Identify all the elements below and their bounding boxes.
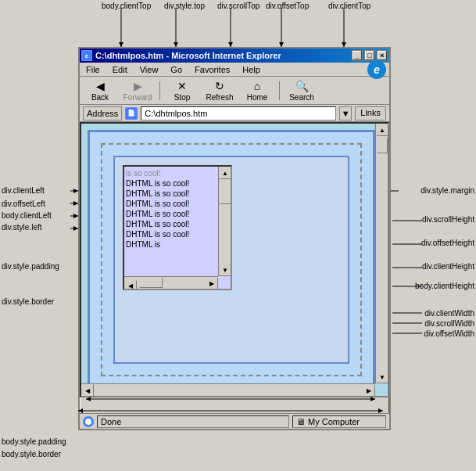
label-div-offset-height: div.offsetHeight (421, 239, 474, 247)
label-div-style-margin: div.style.margin (421, 186, 474, 195)
main-scrollbar-v[interactable]: ▲ ▼ (375, 124, 388, 383)
main-scroll-left[interactable]: ◀ (81, 384, 94, 397)
scroll-thumb-v[interactable] (219, 181, 231, 204)
menu-favorites[interactable]: Favorites (191, 64, 233, 75)
label-div-offset-top: div.offsetTop (266, 2, 309, 10)
menu-help[interactable]: Help (239, 64, 263, 75)
label-div-style-top: div.style.top (164, 2, 205, 10)
menu-bar: File Edit View Go Favorites Help e (80, 63, 389, 77)
label-div-style-border: div.style.border (2, 297, 54, 306)
label-body-client-height: body.clientHeight (415, 282, 474, 290)
status-computer: 🖥 My Computer (292, 415, 386, 428)
main-scroll-up[interactable]: ▲ (376, 124, 388, 136)
menu-view[interactable]: View (137, 64, 162, 75)
minimize-button[interactable]: _ (352, 50, 363, 61)
ie-window: e C:\dhtmlpos.htm - Microsoft Internet E… (78, 47, 391, 430)
label-div-client-top2: div.clientTop (328, 2, 370, 10)
scroll-right-arrow[interactable]: ▶ (206, 277, 218, 289)
title-bar-text: C:\dhtmlpos.htm - Microsoft Internet Exp… (95, 51, 281, 60)
maximize-button[interactable]: □ (364, 50, 375, 61)
links-button[interactable]: Links (355, 106, 386, 120)
label-div-client-height: div.clientHeight (422, 262, 474, 271)
label-div-style-left: div.style.left (2, 223, 42, 232)
main-scroll-right[interactable]: ▶ (363, 384, 375, 397)
label-div-scroll-top: div.scrollTop (217, 2, 259, 10)
forward-button[interactable]: ▶ Forward (120, 78, 155, 103)
stop-button[interactable]: ✕ Stop (165, 78, 199, 103)
address-label: Address (83, 106, 122, 120)
refresh-button[interactable]: ↻ Refresh (202, 78, 237, 103)
label-body-style-border: body.style.border (2, 450, 61, 458)
text-scrollbar-h[interactable]: ◀ ▶ (124, 276, 218, 289)
main-scroll-thumb[interactable] (377, 138, 388, 153)
scroll-text-content: is so cool! DHTML is so cool! DHTML is s… (124, 167, 218, 276)
refresh-icon: ↻ (212, 80, 227, 92)
address-input[interactable]: C:\dhtmlpos.htm (141, 106, 336, 120)
menu-edit[interactable]: Edit (109, 64, 131, 75)
browser-content: ▲ ▼ ◀ ▶ is s (80, 122, 389, 397)
label-div-client-width: div.clientWidth (424, 309, 474, 318)
scroll-thumb-h[interactable] (139, 277, 163, 288)
label-div-style-padding: div.style.padding (2, 262, 59, 271)
menu-file[interactable]: File (83, 64, 103, 75)
label-div-scroll-height: div.scrollHeight (422, 215, 474, 224)
label-div-offset-width: div.offsetWidth (424, 329, 474, 338)
address-dropdown[interactable]: ▼ (339, 106, 352, 120)
diagram-container: body.clientTop div.style.top div.scrollT… (0, 0, 476, 471)
title-bar-left: e C:\dhtmlpos.htm - Microsoft Internet E… (81, 50, 281, 61)
toolbar-separator-1 (159, 81, 160, 100)
title-bar: e C:\dhtmlpos.htm - Microsoft Internet E… (80, 49, 389, 63)
scroll-up-arrow[interactable]: ▲ (219, 167, 231, 179)
text-scrollbar-v[interactable]: ▲ ▼ (218, 167, 231, 276)
forward-icon: ▶ (130, 80, 145, 92)
main-scrollbar-h[interactable]: ◀ ▶ (81, 383, 375, 396)
status-bar: Done 🖥 My Computer (80, 413, 389, 429)
label-div-scroll-width: div.scrollWidth (424, 319, 474, 328)
home-icon: ⌂ (249, 80, 265, 92)
label-body-style-padding: body.style.padding (2, 437, 66, 446)
body-outer-box: ▲ ▼ ◀ ▶ is s (88, 130, 375, 390)
status-text: Done (97, 415, 289, 428)
ie-icon: e (81, 50, 92, 61)
search-icon: 🔍 (294, 80, 310, 92)
status-icon (83, 416, 94, 427)
search-button[interactable]: 🔍 Search (285, 78, 319, 103)
scroll-down-arrow[interactable]: ▼ (219, 264, 231, 276)
toolbar: ◀ Back ▶ Forward ✕ Stop ↻ Refresh ⌂ Home (80, 77, 389, 105)
toolbar-separator-2 (279, 81, 280, 100)
scroll-left-arrow[interactable]: ◀ (124, 280, 137, 291)
main-scroll-down[interactable]: ▼ (376, 371, 388, 383)
ie-logo: e (367, 60, 386, 79)
label-div-offset-left: div.offsetLeft (2, 200, 45, 208)
menu-go[interactable]: Go (167, 64, 185, 75)
title-bar-buttons[interactable]: _ □ × (352, 50, 388, 61)
text-scroll-box: ▲ ▼ ◀ ▶ is s (123, 165, 232, 290)
label-div-client-left: div.clientLeft (2, 186, 45, 195)
address-bar: Address 📄 C:\dhtmlpos.htm ▼ Links (80, 105, 389, 122)
home-button[interactable]: ⌂ Home (240, 78, 274, 103)
back-button[interactable]: ◀ Back (83, 78, 117, 103)
label-body-client-left: body.clientLeft (2, 211, 52, 220)
div-margin-box: ▲ ▼ ◀ ▶ is s (101, 143, 362, 376)
div-padding-box: ▲ ▼ ◀ ▶ is s (113, 156, 349, 364)
stop-icon: ✕ (174, 80, 190, 92)
back-icon: ◀ (92, 80, 108, 92)
close-button[interactable]: × (377, 50, 388, 61)
address-page-icon: 📄 (125, 107, 138, 120)
label-body-client-top: body.clientTop (102, 2, 151, 10)
